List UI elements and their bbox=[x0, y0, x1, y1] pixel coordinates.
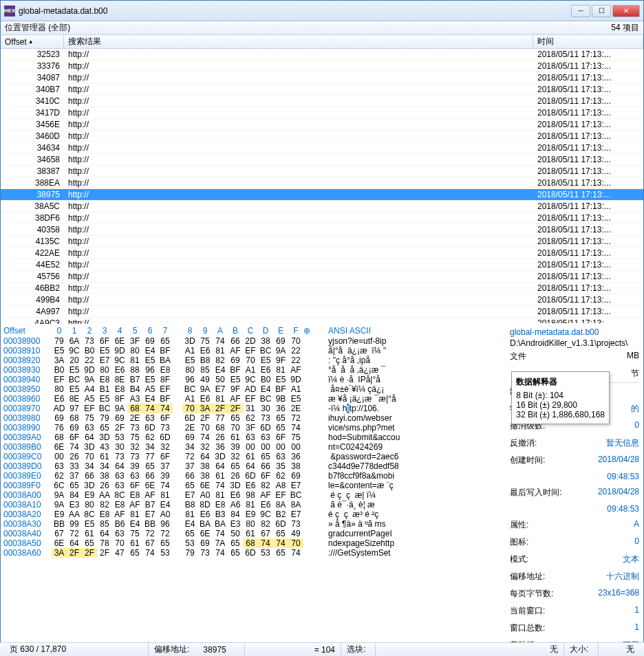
position-manager-label: 位置管理器 (全部) bbox=[5, 22, 70, 34]
result-row[interactable]: 33376http://2018/05/11 17:13:... bbox=[1, 61, 643, 72]
result-row[interactable]: 32523http://2018/05/11 17:13:... bbox=[1, 49, 643, 61]
column-headers: Offset 搜索结果 时间 bbox=[1, 35, 643, 49]
window-title: global-metadata.dat.b00 bbox=[19, 6, 571, 16]
header-offset[interactable]: Offset bbox=[1, 35, 64, 48]
result-row[interactable]: 388EAhttp://2018/05/11 17:13:... bbox=[1, 177, 643, 189]
item-count: 54 项目 bbox=[611, 22, 639, 34]
sub-toolbar: 位置管理器 (全部) 54 项目 bbox=[1, 21, 643, 35]
file-name: global-metadata.dat.b00 bbox=[510, 327, 639, 337]
header-time[interactable]: 时间 bbox=[533, 35, 643, 48]
result-row[interactable]: 34634http://2018/05/11 17:13:... bbox=[1, 142, 643, 154]
result-row[interactable]: 38DF6http://2018/05/11 17:13:... bbox=[1, 212, 643, 224]
file-label: 文件 bbox=[510, 351, 526, 362]
result-row[interactable]: 422AEhttp://2018/05/11 17:13:... bbox=[1, 248, 643, 259]
result-row[interactable]: 38A5Chttp://2018/05/11 17:13:... bbox=[1, 201, 643, 212]
result-row[interactable]: 38387http://2018/05/11 17:13:... bbox=[1, 166, 643, 177]
result-row[interactable]: 499B4http://2018/05/11 17:13:... bbox=[1, 294, 643, 306]
file-path: D:\AndroidKiller_v1.3.1\projects\ bbox=[510, 338, 639, 348]
hex-icon: HEX bbox=[4, 6, 15, 17]
result-row[interactable]: 40358http://2018/05/11 17:13:... bbox=[1, 224, 643, 236]
data-interpreter-tooltip: 数据解释器 8 Bit (±): 104 16 Bit (±) 29,800 3… bbox=[511, 371, 610, 424]
result-row[interactable]: 3410Chttp://2018/05/11 17:13:... bbox=[1, 96, 643, 107]
title-bar: HEX global-metadata.dat.b00 ─ ☐ ✕ bbox=[1, 1, 643, 21]
result-row[interactable]: 3460Dhttp://2018/05/11 17:13:... bbox=[1, 131, 643, 142]
result-row[interactable]: 44E52http://2018/05/11 17:13:... bbox=[1, 259, 643, 271]
result-row[interactable]: 45756http://2018/05/11 17:13:... bbox=[1, 271, 643, 283]
result-row[interactable]: 34658http://2018/05/11 17:13:... bbox=[1, 154, 643, 166]
close-button[interactable]: ✕ bbox=[612, 5, 640, 17]
result-row[interactable]: 46BB2http://2018/05/11 17:13:... bbox=[1, 283, 643, 294]
result-row[interactable]: 38975http://2018/05/11 17:13:... bbox=[1, 189, 643, 201]
result-row[interactable]: 3456Ehttp://2018/05/11 17:13:... bbox=[1, 119, 643, 131]
page-indicator: 页 630 / 17,870 bbox=[4, 643, 149, 656]
minimize-button[interactable]: ─ bbox=[571, 5, 590, 17]
result-row[interactable]: 34087http://2018/05/11 17:13:... bbox=[1, 72, 643, 84]
maximize-button[interactable]: ☐ bbox=[592, 5, 611, 17]
result-list[interactable]: 32523http://2018/05/11 17:13:...33376htt… bbox=[1, 49, 643, 324]
result-row[interactable]: 4A997http://2018/05/11 17:13:... bbox=[1, 306, 643, 318]
result-row[interactable]: 340B7http://2018/05/11 17:13:... bbox=[1, 84, 643, 96]
result-row[interactable]: 4135Chttp://2018/05/11 17:13:... bbox=[1, 236, 643, 248]
status-bar: 页 630 / 17,870 偏移地址: 38975 = 104 选块: 无 大… bbox=[0, 642, 644, 656]
result-row[interactable]: 3417Dhttp://2018/05/11 17:13:... bbox=[1, 107, 643, 119]
header-result[interactable]: 搜索结果 bbox=[64, 35, 533, 48]
